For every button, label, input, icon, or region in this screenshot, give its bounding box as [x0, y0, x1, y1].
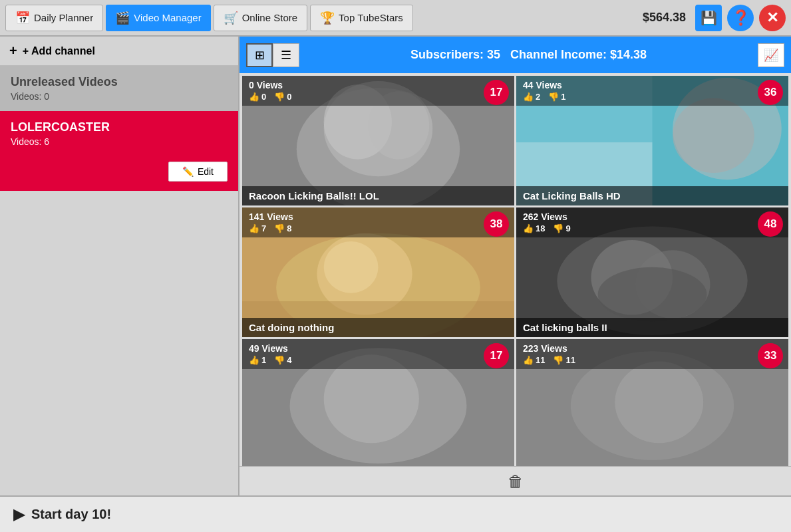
plus-icon: +: [9, 43, 17, 59]
list-view-button[interactable]: ☰: [273, 43, 299, 67]
video-title-1: Racoon Licking Balls!! LOL: [242, 186, 514, 205]
video-likes-row-1: 👍 0 👎 0: [249, 92, 508, 102]
sidebar: + + Add channel Unreleased Videos Videos…: [0, 37, 239, 495]
edit-channel-button[interactable]: ✏️ Edit: [168, 162, 228, 182]
thumbdown-icon-6: 👎: [553, 355, 563, 365]
channel-item-lolercoaster[interactable]: LOLERCOASTER Videos: 6: [0, 111, 238, 156]
video-tile-5[interactable]: 49 Views 👍 1 👎 4 17: [242, 339, 514, 466]
thumbup-icon-4: 👍: [523, 223, 534, 233]
video-grid-container[interactable]: 0 Views 👍 0 👎 0 17 Racoon Licking Balls!…: [239, 73, 791, 466]
video-overlay-top-5: 49 Views 👍 1 👎 4: [242, 339, 514, 369]
thumbdown-icon-2: 👎: [548, 92, 559, 102]
svg-point-25: [615, 362, 703, 444]
money-display: $564.38: [643, 11, 686, 25]
video-score-4: 48: [758, 211, 783, 237]
video-likes-row-4: 👍 18 👎 9: [523, 223, 782, 233]
trophy-icon: 🏆: [320, 11, 335, 25]
video-views-3: 141 Views: [249, 211, 508, 222]
video-views-5: 49 Views: [249, 343, 508, 354]
start-day-label: Start day 10!: [31, 507, 111, 522]
chart-icon: 📈: [764, 48, 778, 63]
online-store-tab[interactable]: 🛒 Online Store: [214, 5, 307, 31]
channel-name-unreleased: Unreleased Videos: [11, 75, 228, 89]
video-likes-row-6: 👍 11 👎 11: [523, 355, 782, 365]
video-tile-4[interactable]: 262 Views 👍 18 👎 9 48 Cat licking balls …: [516, 207, 788, 337]
grid-view-button[interactable]: ⊞: [246, 43, 273, 67]
channel-stats: Subscribers: 35 Channel Income: $14.38: [299, 48, 758, 62]
video-title-4: Cat licking balls II: [516, 318, 788, 337]
play-icon: ▶: [13, 506, 25, 523]
video-score-1: 17: [484, 80, 509, 105]
svg-point-19: [598, 267, 707, 322]
channel-name-lolercoaster: LOLERCOASTER: [11, 120, 228, 134]
video-score-6: 33: [758, 343, 783, 368]
video-tile-1[interactable]: 0 Views 👍 0 👎 0 17 Racoon Licking Balls!…: [242, 76, 514, 205]
video-score-3: 38: [484, 211, 509, 237]
video-score-5: 17: [484, 343, 509, 368]
thumbup-icon-3: 👍: [249, 223, 259, 233]
video-overlay-top-4: 262 Views 👍 18 👎 9: [516, 207, 788, 237]
chart-button[interactable]: 📈: [758, 43, 784, 67]
subscribers-stat: Subscribers: 35 Channel Income: $14.38: [410, 48, 647, 61]
channel-videos-lolercoaster: Videos: 6: [11, 136, 228, 147]
video-likes-row-5: 👍 1 👎 4: [249, 355, 508, 365]
video-tile-2[interactable]: 44 Views 👍 2 👎 1 36 Cat Licking Balls HD: [516, 76, 788, 205]
bottom-bar[interactable]: ▶ Start day 10!: [0, 495, 791, 532]
calendar-icon: 📅: [15, 11, 30, 25]
video-title-3: Cat doing nothing: [242, 318, 514, 337]
top-tuberstars-tab[interactable]: 🏆 Top TubeStars: [310, 5, 413, 31]
thumbdown-icon-5: 👎: [274, 355, 285, 365]
list-icon: ☰: [281, 48, 291, 63]
channel-videos-unreleased: Videos: 0: [11, 91, 228, 102]
daily-planner-tab[interactable]: 📅 Daily Planner: [5, 5, 103, 31]
save-button[interactable]: 💾: [695, 5, 722, 31]
video-manager-tab[interactable]: 🎬 Video Manager: [106, 5, 210, 31]
thumbdown-icon-1: 👎: [274, 92, 285, 102]
video-overlay-top-3: 141 Views 👍 7 👎 8: [242, 207, 514, 237]
delete-button[interactable]: 🗑: [508, 472, 524, 491]
video-score-2: 36: [758, 80, 783, 105]
video-title-2: Cat Licking Balls HD: [516, 186, 788, 205]
add-channel-bar[interactable]: + + Add channel: [0, 37, 238, 66]
video-icon: 🎬: [115, 11, 130, 25]
video-likes-row-2: 👍 2 👎 1: [523, 92, 782, 102]
svg-point-13: [324, 241, 379, 293]
thumbup-icon-1: 👍: [249, 92, 259, 102]
video-tile-3[interactable]: 141 Views 👍 7 👎 8 38 Cat doing nothing: [242, 207, 514, 337]
store-icon: 🛒: [224, 11, 238, 25]
video-views-2: 44 Views: [523, 80, 782, 90]
video-views-1: 0 Views: [249, 80, 508, 90]
thumbup-icon-6: 👍: [523, 355, 534, 365]
video-overlay-top-6: 223 Views 👍 11 👎 11: [516, 339, 788, 369]
close-button[interactable]: ✕: [759, 5, 786, 31]
channel-item-unreleased[interactable]: Unreleased Videos Videos: 0: [0, 66, 238, 111]
thumbdown-icon-4: 👎: [553, 223, 563, 233]
svg-point-8: [673, 98, 754, 173]
top-nav: 📅 Daily Planner 🎬 Video Manager 🛒 Online…: [0, 0, 791, 37]
video-views-4: 262 Views: [523, 211, 782, 222]
main-layout: + + Add channel Unreleased Videos Videos…: [0, 37, 791, 495]
thumbdown-icon-3: 👎: [274, 223, 285, 233]
delete-bar: 🗑: [239, 466, 791, 495]
video-tile-6[interactable]: 223 Views 👍 11 👎 11 33: [516, 339, 788, 466]
add-channel-label: + Add channel: [23, 45, 95, 57]
video-overlay-top-2: 44 Views 👍 2 👎 1: [516, 76, 788, 106]
pencil-icon: ✏️: [182, 166, 194, 177]
vm-toolbar: ⊞ ☰ Subscribers: 35 Channel Income: $14.…: [239, 37, 791, 73]
thumbup-icon-2: 👍: [523, 92, 534, 102]
video-likes-row-3: 👍 7 👎 8: [249, 223, 508, 233]
video-overlay-top-1: 0 Views 👍 0 👎 0: [242, 76, 514, 106]
content-area: ⊞ ☰ Subscribers: 35 Channel Income: $14.…: [239, 37, 791, 495]
help-button[interactable]: ❓: [727, 5, 754, 31]
nav-right: $564.38 💾 ❓ ✕: [643, 5, 786, 31]
video-views-6: 223 Views: [523, 343, 782, 354]
edit-btn-wrapper: ✏️ Edit: [0, 156, 238, 191]
video-grid: 0 Views 👍 0 👎 0 17 Racoon Licking Balls!…: [241, 74, 790, 466]
grid-icon: ⊞: [255, 48, 265, 63]
thumbup-icon-5: 👍: [249, 355, 259, 365]
trash-icon: 🗑: [508, 472, 524, 490]
